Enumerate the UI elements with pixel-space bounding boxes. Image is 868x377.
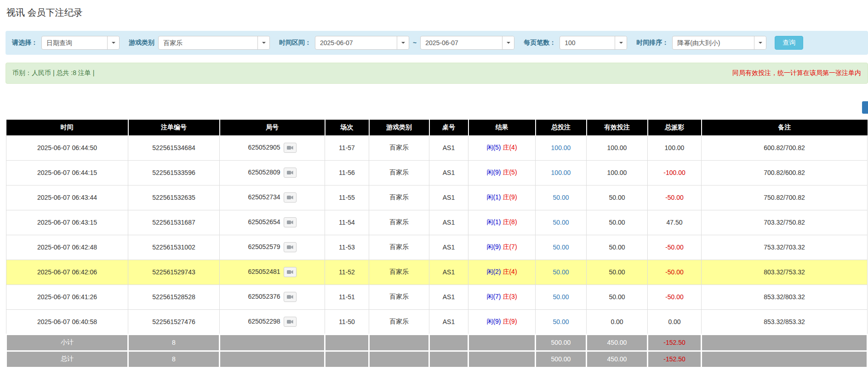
total-bet-link[interactable]: 50.00 bbox=[553, 244, 569, 251]
cell-total-bet: 50.00 bbox=[536, 185, 587, 210]
chevron-down-icon[interactable] bbox=[502, 36, 514, 49]
result-banker: 庄(7) bbox=[503, 243, 517, 250]
time-range-label: 时间区间： bbox=[279, 39, 311, 47]
video-replay-button[interactable] bbox=[284, 317, 297, 327]
table-row: 2025-06-07 06:40:58522561527476625052298… bbox=[6, 309, 868, 334]
total-bet-link[interactable]: 50.00 bbox=[553, 293, 569, 301]
date-from-picker[interactable]: 2025-06-07 bbox=[315, 36, 409, 50]
cell-game-type: 百家乐 bbox=[369, 260, 429, 284]
cell-bet-no: 522561527476 bbox=[128, 309, 220, 334]
total-bet-link[interactable]: 50.00 bbox=[553, 318, 569, 325]
table-row: 2025-06-07 06:42:06522561529743625052481… bbox=[6, 260, 868, 284]
chevron-down-icon[interactable] bbox=[107, 36, 119, 49]
game-type-value: 百家乐 bbox=[159, 36, 257, 49]
result-player: 闲(9) bbox=[486, 318, 501, 325]
footer-empty-cell bbox=[702, 351, 868, 367]
video-replay-button[interactable] bbox=[284, 242, 297, 252]
cell-payout: -50.00 bbox=[648, 235, 702, 260]
round-no-text: 625052481 bbox=[248, 268, 280, 275]
result-player: 闲(7) bbox=[486, 293, 501, 300]
total-bet-link[interactable]: 50.00 bbox=[553, 268, 569, 276]
table-row: 2025-06-07 06:43:44522561532635625052734… bbox=[6, 185, 868, 210]
cell-result: 闲(9) 庄(7) bbox=[468, 235, 536, 260]
cell-valid-bet: 50.00 bbox=[587, 210, 648, 235]
result-banker: 庄(4) bbox=[503, 268, 517, 275]
video-replay-button[interactable] bbox=[284, 292, 297, 302]
per-page-dropdown[interactable]: 100 bbox=[560, 36, 627, 50]
cell-payout: -50.00 bbox=[648, 284, 702, 309]
cell-round-no: 625052298 bbox=[220, 309, 325, 334]
result-player: 闲(9) bbox=[486, 243, 501, 250]
total-bet-link[interactable]: 50.00 bbox=[553, 219, 569, 226]
select-type-label: 请选择： bbox=[12, 39, 38, 47]
footer-empty-cell bbox=[429, 351, 468, 367]
range-separator: ~ bbox=[413, 39, 417, 46]
date-to-picker[interactable]: 2025-06-07 bbox=[420, 36, 514, 50]
result-player: 闲(2) bbox=[486, 268, 501, 275]
cell-bet-no: 522561534684 bbox=[128, 135, 220, 160]
cell-table-no: AS1 bbox=[429, 160, 468, 185]
summary-right-notice: 同局有效投注，统一计算在该局第一张注单内 bbox=[732, 69, 861, 77]
video-replay-button[interactable] bbox=[284, 168, 297, 178]
chevron-down-icon[interactable] bbox=[257, 36, 269, 49]
cell-table-no: AS1 bbox=[429, 210, 468, 235]
footer-empty-cell bbox=[468, 351, 536, 367]
cell-table-no: AS1 bbox=[429, 235, 468, 260]
cell-table-no: AS1 bbox=[429, 309, 468, 334]
query-type-value: 日期查询 bbox=[42, 36, 107, 49]
bet-records-table: 时间 注单编号 局号 场次 游戏类别 桌号 结果 总投注 有效投注 总派彩 备注… bbox=[6, 120, 868, 368]
total-bet-link[interactable]: 50.00 bbox=[553, 194, 569, 201]
cell-valid-bet: 50.00 bbox=[587, 185, 648, 210]
cell-game-type: 百家乐 bbox=[369, 284, 429, 309]
chevron-down-icon[interactable] bbox=[397, 36, 409, 49]
summary-left-text: 币别：人民币 | 总共 :8 注单 | bbox=[12, 69, 94, 77]
cell-round-no: 625052734 bbox=[220, 185, 325, 210]
table-foot: 小计8500.00450.00-152.50总计8500.00450.00-15… bbox=[6, 334, 868, 367]
search-button[interactable]: 查询 bbox=[775, 36, 803, 50]
clipped-action-button[interactable] bbox=[862, 101, 868, 114]
video-icon bbox=[287, 220, 293, 225]
game-type-dropdown[interactable]: 百家乐 bbox=[158, 36, 270, 50]
video-replay-button[interactable] bbox=[284, 267, 297, 277]
total-bet-link[interactable]: 100.00 bbox=[551, 169, 571, 176]
footer-empty-cell bbox=[220, 351, 325, 367]
round-no-text: 625052654 bbox=[248, 218, 280, 226]
result-player: 闲(1) bbox=[486, 218, 501, 226]
cell-bet-no: 522561532635 bbox=[128, 185, 220, 210]
video-icon bbox=[287, 195, 293, 200]
total-bet-link[interactable]: 100.00 bbox=[551, 144, 571, 151]
sort-order-dropdown[interactable]: 降幂(由大到小) bbox=[672, 36, 766, 50]
cell-valid-bet: 0.00 bbox=[587, 309, 648, 334]
chevron-down-icon[interactable] bbox=[615, 36, 627, 49]
header-game-type: 游戏类别 bbox=[369, 120, 429, 135]
cell-game-type: 百家乐 bbox=[369, 309, 429, 334]
video-replay-button[interactable] bbox=[284, 143, 297, 153]
table-row: 2025-06-07 06:44:50522561534684625052905… bbox=[6, 135, 868, 160]
footer-empty-cell bbox=[702, 334, 868, 351]
header-payout: 总派彩 bbox=[648, 120, 702, 135]
cell-round-no: 625052579 bbox=[220, 235, 325, 260]
video-icon bbox=[287, 319, 293, 324]
table-row: 2025-06-07 06:43:15522561531687625052654… bbox=[6, 210, 868, 235]
cell-session: 11-57 bbox=[325, 135, 369, 160]
cell-session: 11-54 bbox=[325, 210, 369, 235]
result-banker: 庄(4) bbox=[503, 144, 517, 151]
video-replay-button[interactable] bbox=[284, 192, 297, 203]
cell-game-type: 百家乐 bbox=[369, 135, 429, 160]
footer-label: 总计 bbox=[6, 351, 128, 367]
video-replay-button[interactable] bbox=[284, 217, 297, 227]
round-no-text: 625052809 bbox=[248, 168, 280, 176]
cell-payout: 0.00 bbox=[648, 309, 702, 334]
cell-bet-no: 522561531002 bbox=[128, 235, 220, 260]
query-type-dropdown[interactable]: 日期查询 bbox=[41, 36, 120, 50]
footer-total-bet: 500.00 bbox=[536, 334, 587, 351]
cell-game-type: 百家乐 bbox=[369, 235, 429, 260]
cell-session: 11-53 bbox=[325, 235, 369, 260]
cell-remark: 750.82/700.82 bbox=[702, 185, 868, 210]
cell-time: 2025-06-07 06:42:06 bbox=[6, 260, 128, 284]
cell-bet-no: 522561528528 bbox=[128, 284, 220, 309]
chevron-down-icon[interactable] bbox=[754, 36, 766, 49]
cell-payout: -100.00 bbox=[648, 160, 702, 185]
header-bet-no: 注单编号 bbox=[128, 120, 220, 135]
cell-payout: -50.00 bbox=[648, 185, 702, 210]
